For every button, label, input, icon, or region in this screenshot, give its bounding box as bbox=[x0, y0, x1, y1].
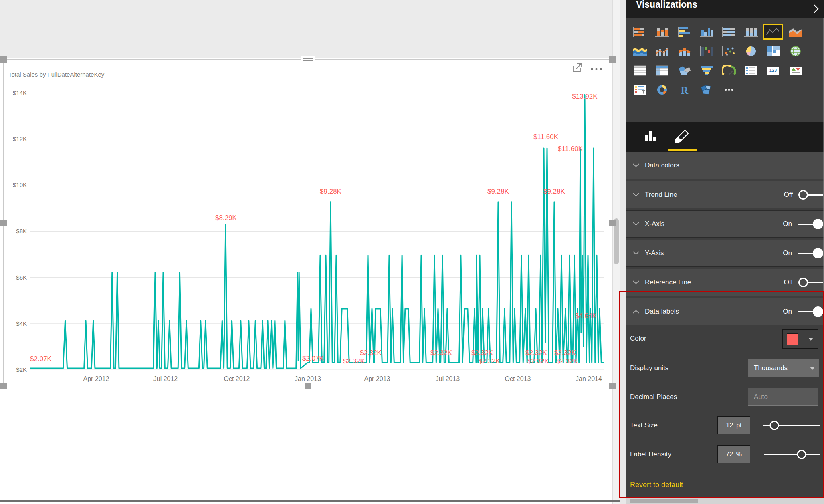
visual-type-kpi-icon[interactable] bbox=[787, 64, 804, 77]
slider-knob[interactable] bbox=[770, 421, 779, 430]
text-size-unit: pt bbox=[736, 422, 741, 429]
chevron-down-icon bbox=[633, 163, 639, 167]
pane-gutter bbox=[620, 0, 626, 504]
resize-handle-mid-left[interactable] bbox=[0, 220, 7, 226]
pane-horizontal-scrollbar[interactable] bbox=[626, 498, 824, 504]
page-bottom-edge bbox=[0, 500, 620, 502]
svg-text:Apr 2012: Apr 2012 bbox=[83, 375, 109, 382]
y-axis-toggle[interactable]: On bbox=[783, 248, 823, 258]
visual-type-stacked-area-chart-icon[interactable] bbox=[631, 44, 649, 58]
visual-type-clustered-bar-chart-icon[interactable] bbox=[676, 25, 693, 39]
tab-format[interactable] bbox=[672, 129, 691, 146]
visual-type-pie-chart-icon[interactable] bbox=[742, 44, 760, 58]
label-density-slider[interactable] bbox=[764, 454, 820, 455]
chevron-down-icon[interactable] bbox=[808, 338, 813, 341]
x-axis-toggle[interactable]: On bbox=[783, 219, 823, 229]
visual-type-stacked-column-chart-icon[interactable] bbox=[653, 25, 671, 39]
format-section-x-axis[interactable]: X-AxisOn bbox=[626, 210, 824, 238]
visual-type-line-and-clustered-column-chart-icon[interactable] bbox=[653, 44, 671, 58]
text-size-value-box[interactable]: 12 pt bbox=[717, 416, 750, 434]
resize-handle-top-right[interactable] bbox=[609, 56, 616, 63]
reference-line-toggle[interactable]: Off bbox=[784, 278, 823, 287]
toggle-knob bbox=[813, 306, 823, 317]
visual-type-funnel-icon[interactable] bbox=[698, 64, 715, 77]
scrollbar-thumb[interactable] bbox=[630, 499, 698, 503]
visual-type-gauge-icon[interactable] bbox=[720, 64, 738, 77]
resize-handle-bottom-left[interactable] bbox=[0, 383, 7, 389]
svg-text:$2K: $2K bbox=[16, 366, 27, 373]
visual-type-gallery: 123R bbox=[626, 18, 824, 122]
visual-type-table-icon[interactable] bbox=[631, 64, 649, 77]
format-section-trend-line[interactable]: Trend LineOff bbox=[626, 181, 824, 208]
section-label: Data colors bbox=[645, 161, 679, 169]
resize-handle-bottom-center[interactable] bbox=[305, 383, 311, 389]
focus-mode-icon[interactable] bbox=[572, 62, 583, 75]
toggle-state-label: Off bbox=[784, 278, 793, 286]
chevron-down-icon bbox=[810, 367, 815, 370]
svg-text:$2.32K: $2.32K bbox=[479, 357, 501, 365]
label-density-value-box[interactable]: 72 % bbox=[717, 445, 750, 463]
chevron-right-icon[interactable] bbox=[813, 3, 819, 16]
visual-type-card-icon[interactable]: 123 bbox=[764, 64, 782, 77]
line-chart: $2K$4K$6K$8K$10K$12K$14KApr 2012Jul 2012… bbox=[4, 60, 612, 385]
visual-type-line-and-stacked-column-chart-icon[interactable] bbox=[676, 44, 693, 58]
svg-text:$2.32K: $2.32K bbox=[525, 349, 547, 357]
visual-type-more-visuals-icon[interactable] bbox=[720, 83, 738, 97]
format-section-data-labels[interactable]: Data labelsOn bbox=[626, 298, 824, 325]
visual-type-donut-chart-icon[interactable] bbox=[653, 83, 671, 97]
chevron-up-icon bbox=[633, 310, 639, 314]
svg-text:$14K: $14K bbox=[13, 89, 27, 96]
format-section-reference-line[interactable]: Reference LineOff bbox=[626, 269, 824, 296]
svg-text:$12K: $12K bbox=[13, 135, 27, 142]
resize-handle-bottom-right[interactable] bbox=[609, 383, 616, 389]
chevron-down-icon bbox=[633, 280, 639, 284]
more-options-icon[interactable] bbox=[590, 65, 606, 73]
revert-to-default-button[interactable]: Revert to default bbox=[630, 481, 683, 489]
format-section-y-axis[interactable]: Y-AxisOn bbox=[626, 240, 824, 267]
visual-type-r-script-visual-icon[interactable]: R bbox=[676, 83, 693, 97]
slider-knob[interactable] bbox=[797, 450, 806, 459]
svg-text:Oct 2012: Oct 2012 bbox=[224, 375, 250, 382]
visual-type-area-chart-icon[interactable] bbox=[787, 25, 804, 39]
visual-type-waterfall-chart-icon[interactable] bbox=[698, 44, 715, 58]
decimal-places-label: Decimal Places bbox=[630, 393, 677, 401]
decimal-places-input[interactable]: Auto bbox=[748, 388, 818, 406]
svg-text:$9.28K: $9.28K bbox=[543, 187, 565, 195]
svg-text:$2.32K: $2.32K bbox=[527, 357, 549, 365]
visual-type-filled-map-icon[interactable] bbox=[676, 64, 693, 77]
visual-type-map-icon[interactable] bbox=[787, 44, 804, 58]
visual-type-scatter-chart-icon[interactable] bbox=[720, 44, 738, 58]
visual-type-slicer-icon[interactable] bbox=[631, 83, 649, 97]
section-label: Reference Line bbox=[645, 278, 691, 286]
display-units-dropdown[interactable]: Thousands bbox=[748, 359, 819, 377]
resize-handle-mid-right[interactable] bbox=[609, 220, 616, 226]
svg-text:$8.29K: $8.29K bbox=[215, 214, 237, 222]
drag-handle[interactable] bbox=[301, 56, 315, 63]
visual-type-multi-row-card-icon[interactable] bbox=[742, 64, 760, 77]
data-labels-toggle[interactable]: On bbox=[783, 306, 823, 317]
visual-type-matrix-icon[interactable] bbox=[653, 64, 671, 77]
visual-type-stacked-bar-chart-icon[interactable] bbox=[631, 25, 649, 39]
visual-type-hundred-percent-stacked-bar-chart-icon[interactable] bbox=[720, 25, 738, 39]
visual-type-treemap-icon[interactable] bbox=[764, 44, 782, 58]
color-label: Color bbox=[630, 335, 646, 343]
resize-handle-top-left[interactable] bbox=[0, 56, 7, 63]
visual-type-hundred-percent-stacked-column-chart-icon[interactable] bbox=[742, 25, 760, 39]
format-section-data-colors[interactable]: Data colors bbox=[626, 152, 824, 179]
visual-type-line-chart-icon[interactable] bbox=[763, 24, 783, 40]
canvas-vertical-scrollbar[interactable] bbox=[612, 0, 620, 504]
tab-fields[interactable] bbox=[643, 129, 657, 145]
color-picker[interactable] bbox=[782, 329, 818, 349]
pane-tabs bbox=[626, 122, 824, 152]
line-chart-visual[interactable]: Total Sales by FullDateAlternateKey $2K$… bbox=[3, 59, 613, 386]
visual-type-clustered-column-chart-icon[interactable] bbox=[698, 25, 715, 39]
svg-text:Jul 2013: Jul 2013 bbox=[436, 375, 460, 382]
visual-type-shape-map-icon[interactable] bbox=[698, 83, 715, 97]
display-units-value: Thousands bbox=[754, 364, 788, 372]
svg-text:$2.32K: $2.32K bbox=[343, 357, 365, 365]
text-size-slider[interactable] bbox=[763, 425, 820, 426]
trend-line-toggle[interactable]: Off bbox=[784, 190, 823, 200]
toggle-knob bbox=[798, 278, 808, 287]
color-swatch[interactable] bbox=[787, 333, 798, 345]
section-label: X-Axis bbox=[645, 220, 664, 228]
